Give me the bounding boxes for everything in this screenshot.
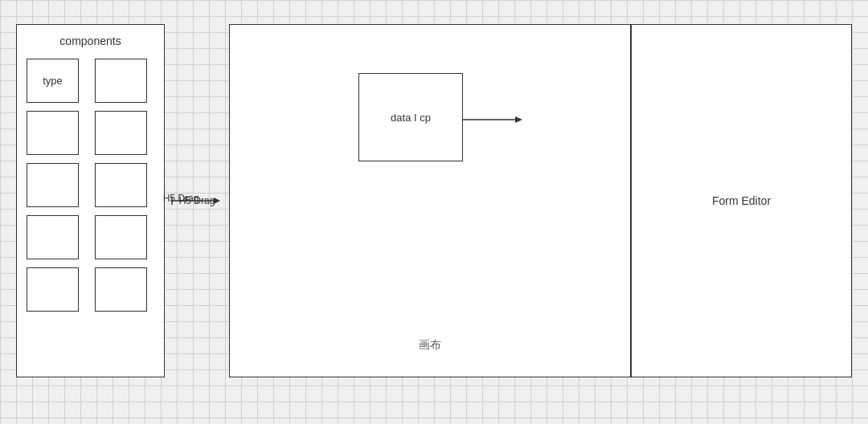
form-editor-panel: Form Editor — [631, 24, 852, 377]
component-item-10[interactable] — [95, 267, 147, 312]
component-item-3[interactable] — [27, 111, 79, 155]
component-item-4[interactable] — [95, 111, 147, 155]
component-item-5[interactable] — [27, 163, 79, 207]
component-item-7[interactable] — [27, 215, 79, 259]
data-component-box[interactable]: data I cp — [358, 73, 463, 161]
canvas-to-editor-arrow — [463, 112, 527, 128]
component-item-6[interactable] — [95, 163, 147, 207]
canvas-label: 画布 — [419, 338, 441, 353]
drag-text: H5 Drag — [179, 195, 215, 206]
drag-label-wrapper: H5 Drag — [165, 24, 229, 377]
component-item-9[interactable] — [27, 267, 79, 312]
components-grid: type — [27, 59, 154, 312]
form-editor-label: Form Editor — [712, 194, 771, 207]
component-item-type[interactable]: type — [27, 59, 79, 103]
svg-marker-4 — [515, 116, 522, 123]
canvas-panel[interactable]: data I cp 画布 — [229, 24, 631, 377]
data-component-label: data I cp — [391, 112, 431, 124]
component-item-8[interactable] — [95, 215, 147, 259]
components-panel: components type — [16, 24, 165, 377]
main-layout: components type H5 Drag — [0, 0, 868, 424]
component-item-2[interactable] — [95, 59, 147, 103]
component-item-type-label: type — [43, 75, 63, 87]
components-title: components — [27, 35, 154, 47]
